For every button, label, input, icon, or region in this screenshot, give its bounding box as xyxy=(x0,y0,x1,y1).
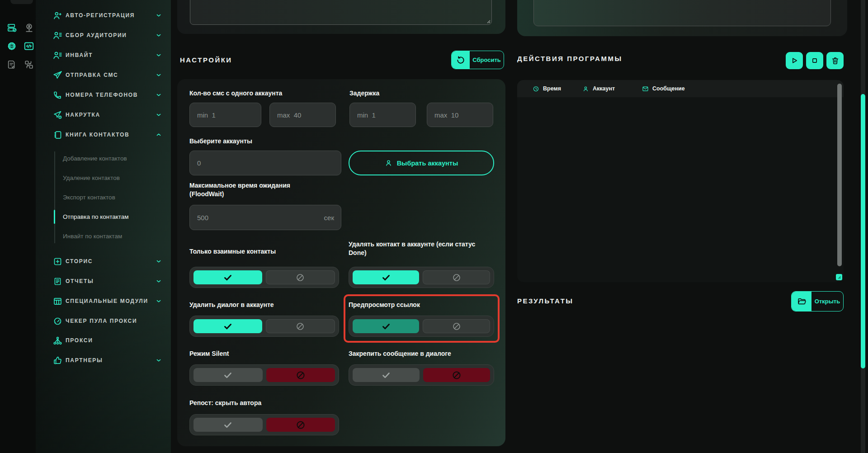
page-scrollbar-thumb[interactable] xyxy=(861,94,865,368)
table-resize-handle[interactable] xyxy=(836,274,842,280)
repost-hide-author-label: Репост: скрыть автора xyxy=(189,399,261,407)
chevron-down-icon xyxy=(156,357,162,363)
sms-min-input[interactable] xyxy=(189,103,261,127)
sidebar-item-label: СПЕЦИАЛЬНЫЕ МОДУЛИ xyxy=(66,298,148,304)
submenu-item-add-contacts[interactable]: Добавление контактов xyxy=(54,149,171,168)
sidebar-item-contact-book[interactable]: КНИГА КОНТАКТОВ xyxy=(36,125,171,145)
sidebar-item-proxy[interactable]: ПРОКСИ xyxy=(36,330,171,350)
plus-square-icon xyxy=(53,257,62,266)
actions-table-header: Время Аккаунт Сообщение xyxy=(517,80,844,97)
floodwait-input[interactable] xyxy=(189,205,341,230)
toggle-no-button[interactable] xyxy=(266,319,335,333)
sidebar-item-label: ЧЕКЕР ПУЛА ПРОКСИ xyxy=(66,318,137,324)
settings-title: НАСТРОЙКИ xyxy=(180,56,232,64)
toggle-yes-button[interactable] xyxy=(193,270,262,284)
notebook-icon xyxy=(53,130,62,140)
submenu-item-export-contacts[interactable]: Экспорт контактов xyxy=(54,188,171,207)
server-check-icon[interactable] xyxy=(6,22,18,33)
sidebar-item-invite[interactable]: ИНВАЙТ xyxy=(36,45,171,65)
toggle-no-button[interactable] xyxy=(266,418,335,432)
app-window: АВТО-РЕГИСТРАЦИЯ СБОР АУДИТОРИИ ИНВАЙТ О… xyxy=(0,0,868,453)
delay-max-input[interactable] xyxy=(427,103,493,127)
check-icon xyxy=(222,272,233,283)
submenu-item-delete-contacts[interactable]: Удаление контактов xyxy=(54,168,171,188)
sidebar-item-label: ОТПРАВКА СМС xyxy=(66,72,118,78)
right-top-textarea[interactable] xyxy=(533,0,831,26)
actions-table: Время Аккаунт Сообщение xyxy=(517,80,844,282)
sidebar-item-auto-registration[interactable]: АВТО-РЕГИСТРАЦИЯ xyxy=(36,5,171,25)
swap-icon[interactable] xyxy=(23,59,35,71)
sidebar-item-label: ОТЧЕТЫ xyxy=(66,278,94,284)
gear-icon[interactable] xyxy=(6,40,18,52)
toggle-no-button[interactable] xyxy=(423,270,490,284)
open-results-label: Открыть xyxy=(811,292,843,311)
sidebar-item-stories[interactable]: СТОРИС xyxy=(36,251,171,271)
sidebar-item-audience[interactable]: СБОР АУДИТОРИИ xyxy=(36,25,171,45)
right-top-card xyxy=(517,0,847,36)
table-scrollbar-thumb[interactable] xyxy=(837,84,842,266)
toggle-yes-button[interactable] xyxy=(353,319,419,333)
reset-button[interactable]: Сбросить xyxy=(451,51,504,69)
clear-button[interactable] xyxy=(826,52,844,69)
document-check-icon[interactable] xyxy=(6,59,18,71)
delete-dialog-toggle xyxy=(189,316,339,337)
sidebar-item-send-sms[interactable]: ОТПРАВКА СМС xyxy=(36,65,171,85)
chevron-down-icon xyxy=(156,112,162,118)
check-icon xyxy=(381,272,392,283)
chevron-down-icon xyxy=(156,32,162,38)
choose-accounts-button[interactable]: Выбрать аккаунты xyxy=(349,151,494,175)
contact-book-submenu: Добавление контактов Удаление контактов … xyxy=(54,149,171,246)
toggle-no-button[interactable] xyxy=(423,368,490,382)
accounts-count-input[interactable] xyxy=(189,151,341,175)
check-icon xyxy=(222,321,233,332)
sidebar-item-label: НАКРУТКА xyxy=(66,112,100,118)
silent-mode-label: Режим Silent xyxy=(189,349,229,358)
toggle-no-button[interactable] xyxy=(266,368,335,382)
sidebar-item-proxy-pool-checker[interactable]: ЧЕКЕР ПУЛА ПРОКСИ xyxy=(36,311,171,331)
sidebar-item-label: КНИГА КОНТАКТОВ xyxy=(66,132,129,138)
submenu-item-invite-by-contacts[interactable]: Инвайт по контактам xyxy=(54,226,171,246)
toggle-yes-button[interactable] xyxy=(193,319,262,333)
message-text-card xyxy=(177,0,505,34)
sidebar-item-phone-numbers[interactable]: НОМЕРА ТЕЛЕФОНОВ xyxy=(36,85,171,105)
toggle-yes-button[interactable] xyxy=(193,368,263,382)
sidebar-item-boost[interactable]: НАКРУТКА xyxy=(36,105,171,125)
chevron-down-icon xyxy=(156,278,162,284)
code-window-icon[interactable] xyxy=(23,40,35,52)
sidebar-item-special-modules[interactable]: СПЕЦИАЛЬНЫЕ МОДУЛИ xyxy=(36,291,171,311)
receipt-icon xyxy=(53,277,62,286)
floodwait-field: сек xyxy=(189,205,341,230)
ban-icon xyxy=(452,321,462,331)
toggle-no-button[interactable] xyxy=(266,270,335,284)
ban-icon xyxy=(295,321,305,331)
sidebar-item-reports[interactable]: ОТЧЕТЫ xyxy=(36,271,171,291)
sms-count-label: Кол-во смс с одного аккаунта xyxy=(189,89,282,98)
webcam-icon[interactable] xyxy=(23,22,35,33)
start-button[interactable] xyxy=(786,52,803,69)
toggle-yes-button[interactable] xyxy=(353,270,419,284)
column-time: Время xyxy=(533,80,561,97)
toggle-yes-button[interactable] xyxy=(193,418,263,432)
accounts-label: Выберите аккаунты xyxy=(189,137,252,146)
submenu-item-send-by-contacts[interactable]: Отправка по контактам xyxy=(54,207,171,226)
sidebar-item-label: ПАРТНЕРЫ xyxy=(66,357,103,363)
floodwait-suffix: сек xyxy=(324,214,334,222)
stop-button[interactable] xyxy=(806,52,823,69)
floodwait-label: Максимальное время ожидания (FloodWait) xyxy=(189,181,321,198)
delay-min-input[interactable] xyxy=(349,103,416,127)
delete-contact-label: Удалять контакт в аккаунте (если статус … xyxy=(349,240,489,257)
gauge-icon xyxy=(53,316,62,326)
check-icon xyxy=(381,321,392,332)
delete-contact-toggle xyxy=(349,267,494,288)
open-results-button[interactable]: Открыть xyxy=(791,291,844,311)
resize-grip-icon[interactable] xyxy=(485,18,491,24)
person-list-icon xyxy=(53,31,62,40)
sidebar-item-partners[interactable]: ПАРТНЕРЫ xyxy=(36,350,171,370)
phone-icon xyxy=(53,90,62,100)
sms-max-input[interactable] xyxy=(269,103,336,127)
message-textarea[interactable] xyxy=(190,0,492,25)
sidebar-item-label: СТОРИС xyxy=(66,258,93,264)
toggle-no-button[interactable] xyxy=(423,319,490,333)
toggle-yes-button[interactable] xyxy=(353,368,420,382)
link-preview-toggle xyxy=(349,316,494,337)
